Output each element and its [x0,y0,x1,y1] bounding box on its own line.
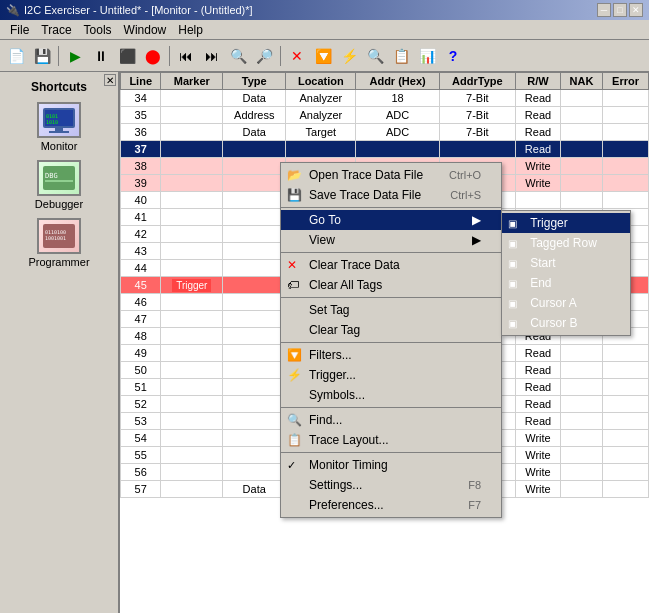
type-cell [223,413,286,430]
layout-button[interactable]: 📋 [389,44,413,68]
sub-end-label: End [530,276,551,290]
table-row[interactable]: 34 Data Analyzer 18 7-Bit Read [121,90,649,107]
pause-button[interactable]: ⏸ [89,44,113,68]
ctx-clear-trace[interactable]: ✕ Clear Trace Data [281,255,501,275]
menu-help[interactable]: Help [172,21,209,39]
marker-cell [161,447,223,464]
sidebar-item-debugger[interactable]: DBG Debugger [4,160,114,210]
ctx-monitor-timing[interactable]: ✓ Monitor Timing [281,455,501,475]
line-cell: 35 [121,107,161,124]
play-button[interactable]: ▶ [63,44,87,68]
step-fwd-button[interactable]: ⏭ [200,44,224,68]
debugger-label: Debugger [35,198,83,210]
ctx-set-tag[interactable]: Set Tag [281,300,501,320]
sub-trigger[interactable]: ▣ Trigger [502,213,630,233]
line-cell: 57 [121,481,161,498]
ctx-symbols[interactable]: Symbols... [281,385,501,405]
ctx-open-trace[interactable]: 📂 Open Trace Data File Ctrl+O [281,165,501,185]
view-arrow-icon: ▶ [472,233,481,247]
step-back-button[interactable]: ⏮ [174,44,198,68]
ctx-filters[interactable]: 🔽 Filters... [281,345,501,365]
svg-text:1010: 1010 [46,119,58,125]
trig-button[interactable]: ⚡ [337,44,361,68]
menu-window[interactable]: Window [118,21,173,39]
ctx-find[interactable]: 🔍 Find... [281,410,501,430]
ctx-view[interactable]: View ▶ [281,230,501,250]
type-cell [223,226,286,243]
nak-cell [561,413,603,430]
nak-cell [561,481,603,498]
sidebar-item-programmer[interactable]: 0110100 1001001 Programmer [4,218,114,268]
sidebar-item-monitor[interactable]: 0101 1010 Monitor [4,102,114,152]
table-row[interactable]: 36 Data Target ADC 7-Bit Read [121,124,649,141]
trigger-icon: ▣ [508,218,517,229]
sidebar-title: Shortcuts [4,80,114,94]
ctx-save-trace[interactable]: 💾 Save Trace Data File Ctrl+S [281,185,501,205]
sub-start[interactable]: ▣ Start [502,253,630,273]
rw-cell: Read [515,124,560,141]
minimize-button[interactable]: ─ [597,3,611,17]
record-button[interactable]: ⬤ [141,44,165,68]
rw-cell: Write [515,447,560,464]
nak-cell [561,362,603,379]
ctx-preferences-label: Preferences... [309,498,384,512]
ctx-find-label: Find... [309,413,342,427]
delete-button[interactable]: ✕ [285,44,309,68]
sub-cursor-a-label: Cursor A [530,296,577,310]
cursor-b-icon: ▣ [508,318,517,329]
help-icon-button[interactable]: ? [441,44,465,68]
sub-tagged-row[interactable]: ▣ Tagged Row [502,233,630,253]
col-header-rw: R/W [515,73,560,90]
ctx-trace-layout-label: Trace Layout... [309,433,389,447]
sub-cursor-a[interactable]: ▣ Cursor A [502,293,630,313]
table-row[interactable]: 37 Read [121,141,649,158]
ctx-settings[interactable]: Settings... F8 [281,475,501,495]
save-button[interactable]: 💾 [30,44,54,68]
type-cell [223,158,286,175]
close-button[interactable]: ✕ [629,3,643,17]
table-row[interactable]: 35 Address Analyzer ADC 7-Bit Read [121,107,649,124]
marker-cell [161,345,223,362]
tagged-row-icon: ▣ [508,238,517,249]
error-cell [603,362,649,379]
ctx-clear-tag[interactable]: Clear Tag [281,320,501,340]
maximize-button[interactable]: □ [613,3,627,17]
col-header-addrtype: AddrType [439,73,515,90]
new-button[interactable]: 📄 [4,44,28,68]
ctx-trace-layout[interactable]: 📋 Trace Layout... [281,430,501,450]
type-cell [223,328,286,345]
ctx-goto[interactable]: Go To ▶ ▣ Trigger ▣ Tagged Row ▣ Start [281,210,501,230]
marker-cell [161,311,223,328]
marker-cell [161,430,223,447]
svg-text:DBG: DBG [45,172,58,180]
sub-end[interactable]: ▣ End [502,273,630,293]
ctx-trigger[interactable]: ⚡ Trigger... [281,365,501,385]
ctx-open-trace-label: Open Trace Data File [309,168,423,182]
zoom-out-button[interactable]: 🔎 [252,44,276,68]
monitor-icon-button[interactable]: 📊 [415,44,439,68]
location-cell: Target [286,124,356,141]
menu-trace[interactable]: Trace [35,21,77,39]
type-cell: Data [223,481,286,498]
ctx-sep-6 [281,452,501,453]
filter-button[interactable]: 🔽 [311,44,335,68]
type-cell [223,294,286,311]
line-cell: 45 [121,277,161,294]
ctx-clear-tags[interactable]: 🏷 Clear All Tags [281,275,501,295]
content-area: Line Marker Type Location Addr (Hex) Add… [120,72,649,613]
type-cell [223,379,286,396]
menu-tools[interactable]: Tools [78,21,118,39]
rw-cell: Read [515,107,560,124]
marker-cell [161,379,223,396]
zoom-in-button[interactable]: 🔍 [226,44,250,68]
svg-rect-4 [55,128,63,131]
search-button[interactable]: 🔍 [363,44,387,68]
menu-file[interactable]: File [4,21,35,39]
addrtype-cell: 7-Bit [439,107,515,124]
ctx-clear-trace-label: Clear Trace Data [309,258,400,272]
sub-cursor-b[interactable]: ▣ Cursor B [502,313,630,333]
sidebar-close-button[interactable]: ✕ [104,74,116,86]
stop-button[interactable]: ⬛ [115,44,139,68]
ctx-preferences[interactable]: Preferences... F7 [281,495,501,515]
main-area: ✕ Shortcuts 0101 1010 Monitor [0,72,649,613]
